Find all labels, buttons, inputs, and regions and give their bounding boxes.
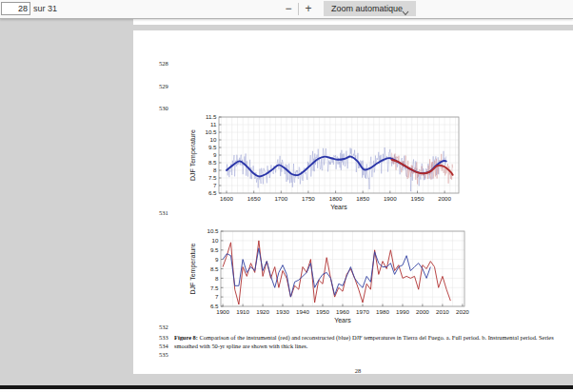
previous-page-bottom [133, 19, 573, 25]
svg-text:8: 8 [215, 275, 219, 282]
page-number-input[interactable] [1, 2, 30, 15]
svg-text:8.5: 8.5 [208, 159, 217, 166]
svg-text:1900: 1900 [384, 195, 397, 202]
svg-text:1980: 1980 [376, 308, 389, 315]
figure-caption-line2: smoothed with 50-yr spline are shown wit… [174, 343, 307, 349]
svg-text:9: 9 [215, 256, 219, 263]
manuscript-line-number: 531 [159, 209, 168, 216]
svg-text:11.5: 11.5 [206, 113, 217, 120]
zoom-out-button[interactable]: − [280, 0, 297, 17]
figure-chart-full-period: 1600165017001750180018501900195020006.57… [186, 112, 481, 217]
svg-text:1910: 1910 [236, 308, 249, 315]
svg-text:Years: Years [330, 204, 347, 210]
svg-text:10.5: 10.5 [207, 227, 219, 234]
pdf-scroll-area[interactable]: 528 529 530 531 532 533 534 535 16001650… [0, 19, 573, 385]
svg-text:1600: 1600 [220, 195, 233, 202]
chevron-down-icon [402, 6, 409, 21]
svg-text:2000: 2000 [416, 308, 429, 315]
manuscript-line-number: 535 [159, 351, 168, 358]
svg-text:11: 11 [210, 121, 217, 127]
svg-text:1950: 1950 [316, 308, 329, 315]
manuscript-line-number: 528 [159, 60, 168, 67]
svg-text:2020: 2020 [456, 308, 469, 315]
svg-text:8.5: 8.5 [210, 265, 219, 272]
pdf-viewer-toolbar: sur 31 − + Zoom automatique [0, 0, 573, 19]
zoom-mode-value: Zoom automatique [331, 4, 403, 13]
svg-text:10: 10 [210, 136, 217, 143]
manuscript-line-number: 534 [159, 343, 168, 349]
pdf-page-28: 528 529 530 531 532 533 534 535 16001650… [133, 30, 573, 374]
svg-text:10.5: 10.5 [205, 128, 217, 135]
svg-text:1990: 1990 [396, 308, 409, 315]
manuscript-line-number: 530 [159, 105, 168, 111]
svg-text:Years: Years [334, 317, 351, 323]
svg-text:1940: 1940 [296, 308, 309, 315]
svg-text:7: 7 [213, 182, 217, 188]
svg-text:9.5: 9.5 [208, 144, 217, 150]
svg-text:9.5: 9.5 [210, 246, 219, 253]
svg-text:1960: 1960 [336, 308, 349, 315]
svg-text:10: 10 [212, 237, 219, 244]
svg-text:7.5: 7.5 [208, 174, 217, 181]
svg-text:6.5: 6.5 [208, 189, 217, 196]
svg-text:2010: 2010 [436, 308, 449, 315]
svg-text:1800: 1800 [329, 195, 343, 202]
svg-text:1700: 1700 [274, 195, 287, 202]
svg-text:1920: 1920 [256, 308, 269, 315]
figure-chart-instrumental-period: 1900191019201930194019501960197019801990… [186, 226, 481, 331]
svg-text:7.5: 7.5 [210, 284, 219, 291]
svg-text:1750: 1750 [302, 195, 315, 202]
svg-text:6.5: 6.5 [210, 303, 219, 309]
svg-text:1850: 1850 [356, 195, 369, 202]
zoom-mode-select[interactable]: Zoom automatique [324, 1, 416, 16]
svg-text:2000: 2000 [438, 195, 451, 202]
toolbar-divider [298, 3, 299, 15]
figure-caption-line1: Figure 8: Comparison of the instrumental… [174, 334, 554, 341]
manuscript-line-number: 532 [159, 323, 168, 330]
svg-text:DJF Temperature: DJF Temperature [189, 129, 197, 181]
zoom-in-button[interactable]: + [300, 0, 317, 17]
svg-text:1650: 1650 [247, 195, 261, 202]
page-footer-number: 28 [133, 367, 573, 374]
svg-text:8: 8 [213, 167, 217, 173]
figure-caption-label: Figure 8: [174, 334, 198, 341]
page-count-label: sur 31 [33, 4, 57, 13]
svg-text:7: 7 [215, 293, 219, 300]
manuscript-line-number: 533 [159, 334, 168, 341]
svg-text:1950: 1950 [411, 195, 425, 202]
svg-text:1930: 1930 [276, 308, 289, 315]
manuscript-line-number: 529 [159, 83, 168, 89]
svg-text:DJF Temperature: DJF Temperature [189, 243, 197, 294]
svg-text:1970: 1970 [356, 308, 369, 315]
svg-text:9: 9 [213, 151, 217, 158]
